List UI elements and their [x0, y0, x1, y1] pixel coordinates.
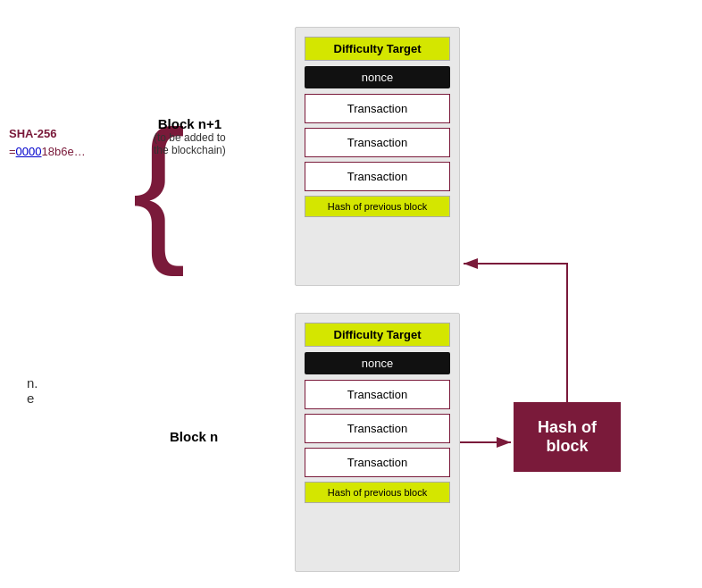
bottom-text1: n.	[27, 375, 38, 391]
block-n1: Difficulty Target nonce Transaction Tran…	[295, 27, 460, 286]
block-n1-title: Block n+1	[154, 116, 226, 131]
hash-zeros: 0000	[16, 145, 42, 158]
bottom-text2: e	[27, 391, 38, 406]
hash-of-block-line1: Hash of	[526, 418, 608, 437]
hash-value: =000018b6e…	[9, 143, 86, 161]
bottom-left-text: n. e	[27, 375, 38, 406]
transaction-n-2: Transaction	[305, 414, 450, 443]
hash-prev-n: Hash of previous block	[305, 482, 450, 503]
hash-of-block-line2: block	[526, 437, 608, 456]
hash-of-block-box: Hash of block	[514, 402, 621, 472]
hash-prev-n1: Hash of previous block	[305, 196, 450, 217]
nonce-n: nonce	[305, 352, 450, 374]
sha-text: SHA-256 =000018b6e…	[9, 125, 86, 160]
difficulty-target-n1: Difficulty Target	[305, 37, 450, 61]
transaction-n1-2: Transaction	[305, 128, 450, 157]
arrow-hash-to-prev	[464, 264, 567, 402]
difficulty-target-n: Difficulty Target	[305, 323, 450, 347]
block-n-title: Block n	[170, 429, 218, 444]
transaction-n1-3: Transaction	[305, 162, 450, 191]
hash-eq: =	[9, 145, 16, 158]
block-n1-sub2: the blockchain)	[154, 144, 226, 156]
diagram-container: SHA-256 =000018b6e… { Block n+1 (to be a…	[0, 0, 702, 588]
brace-symbol: {	[132, 89, 150, 286]
transaction-n1-1: Transaction	[305, 94, 450, 123]
nonce-n1: nonce	[305, 66, 450, 88]
block-n-label: Block n	[170, 429, 218, 444]
hash-rest: 18b6e…	[42, 145, 86, 158]
block-n1-sub1: (to be added to	[154, 131, 226, 144]
transaction-n-3: Transaction	[305, 448, 450, 477]
block-n1-label: Block n+1 (to be added to the blockchain…	[154, 116, 226, 156]
sha-label: SHA-256	[9, 125, 86, 143]
transaction-n-1: Transaction	[305, 380, 450, 409]
block-n: Difficulty Target nonce Transaction Tran…	[295, 313, 460, 572]
